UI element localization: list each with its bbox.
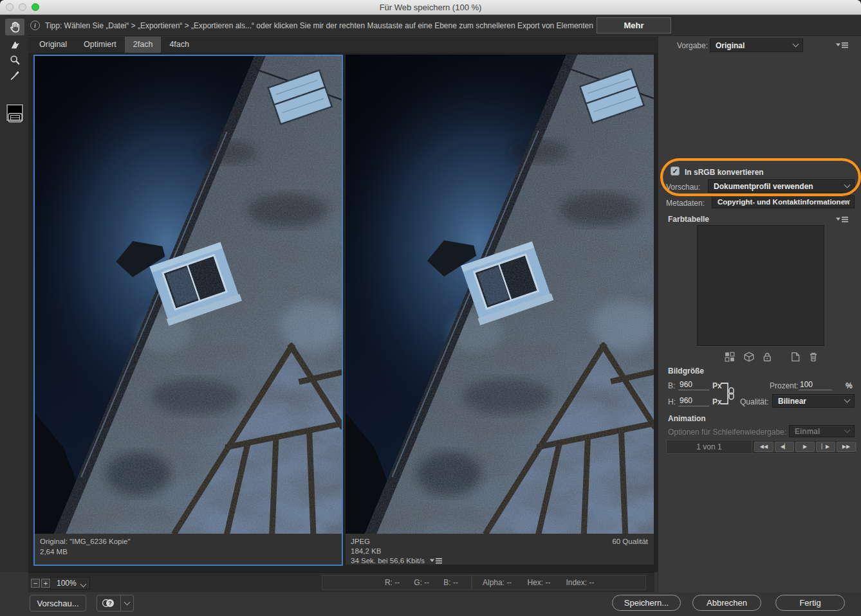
info-icon [30,21,40,30]
previous-frame-button[interactable]: ◀▏ [775,442,794,452]
g-value: -- [424,578,429,587]
lock-color-icon[interactable] [762,352,772,362]
hand-tool-button[interactable] [5,19,24,35]
done-button[interactable]: Fertig [775,595,845,611]
frame-counter: 1 von 1 [667,440,752,453]
original-pane[interactable]: Original: "IMG_6236 Kopie" 2,64 MB [33,55,343,566]
websafe-cube-icon[interactable] [744,352,754,362]
play-button[interactable]: ▶ [795,442,815,452]
r-label: R: [385,578,393,587]
optimized-pane[interactable]: JPEG 184,2 KB 34 Sek. bei 56,6 Kbit/s 60… [346,55,654,565]
vorgabe-dropdown[interactable]: Original [710,39,803,52]
optimized-format: JPEG [351,537,649,547]
original-image[interactable] [35,56,342,534]
height-label: H: [668,397,676,406]
animation-playbar: 1 von 1 ◀◀ ◀▏ ▶ ▏▶ ▶▶ [666,440,856,454]
preview-tabs: Original Optimiert 2fach 4fach [28,37,658,53]
r-value: -- [394,578,400,587]
slice-select-icon [10,39,21,50]
farbtabelle-menu-icon[interactable] [836,216,849,222]
vorgabe-menu-icon[interactable] [836,42,849,48]
optimized-download-time: 34 Sek. bei 56,6 Kbit/s [351,556,649,566]
index-label: Index: [566,578,587,587]
original-filename: Original: "IMG_6236 Kopie" [40,537,337,547]
quality-label: Qualität: [740,397,769,406]
vorgabe-value: Original [716,41,745,50]
chevron-down-icon [844,396,851,403]
hex-value: -- [545,578,550,587]
percent-input[interactable]: 100 [799,380,832,390]
color-table[interactable] [697,225,824,346]
width-input[interactable]: 960 [678,380,709,390]
tab-4fach[interactable]: 4fach [161,37,198,53]
cancel-button[interactable]: Abbrechen [692,595,761,611]
optimized-image[interactable] [346,55,654,534]
zoom-level-value: 100% [57,579,77,588]
loop-dropdown: Einmal [789,425,855,437]
vorgabe-label: Vorgabe: [667,41,708,50]
tab-optimiert[interactable]: Optimiert [75,37,125,53]
alpha-label: Alpha: [483,578,505,587]
status-bar: − + 100% R: -- G: -- B: -- Alpha: -- Hex… [28,572,654,592]
trash-icon[interactable] [808,352,819,362]
b-value: -- [453,578,458,587]
more-button[interactable]: Mehr [597,17,671,33]
metadaten-value: Copyright- und Kontaktinformationen [718,198,849,206]
height-input[interactable]: 960 [678,396,709,406]
link-dimensions-icon[interactable] [719,379,735,408]
metadaten-dropdown[interactable]: Copyright- und Kontaktinformationen [712,195,855,208]
hex-label: Hex: [527,578,543,587]
percent-label: Prozent: [770,381,799,390]
hand-icon [8,21,21,33]
tip-bar: Tipp: Wählen Sie „Datei“ > „Exportieren“… [0,15,861,36]
percent-unit: % [846,381,853,390]
b-label: B: [443,578,450,587]
srgb-checkbox[interactable] [671,167,680,176]
loop-value: Einmal [795,427,820,436]
next-frame-button[interactable]: ▏▶ [816,442,835,452]
save-for-web-dialog: Für Web speichern (100 %) Tipp: Wählen S… [0,0,861,616]
zoom-out-button[interactable]: − [31,579,40,588]
quality-dropdown[interactable]: Bilinear [772,394,855,408]
vorschau-dropdown[interactable]: Dokumentprofil verwenden [708,179,855,193]
first-frame-button[interactable]: ◀◀ [754,442,773,452]
chevron-down-icon [80,581,87,588]
zoom-in-button[interactable]: + [41,579,50,588]
footer: Vorschau... ? Speichern... Abbrechen Fer… [0,592,861,616]
last-frame-button[interactable]: ▶▶ [837,442,856,452]
title-bar: Für Web speichern (100 %) [0,0,861,15]
preview-in-browser-button[interactable]: ? [97,595,121,611]
eyedropper-tool-button[interactable] [5,67,24,84]
optimized-status: JPEG 184,2 KB 34 Sek. bei 56,6 Kbit/s 60… [346,534,654,565]
metadaten-label: Metadaten: [666,199,705,208]
dither-colors-icon[interactable] [725,352,735,362]
index-value: -- [589,578,594,587]
preview-button[interactable]: Vorschau... [30,595,86,611]
new-color-icon[interactable] [790,352,801,362]
farbtabelle-title: Farbtabelle [668,215,709,224]
zoom-tool-button[interactable] [5,51,24,68]
srgb-label[interactable]: In sRGB konvertieren [685,168,764,177]
tab-2fach[interactable]: 2fach [125,37,162,53]
svg-text:?: ? [108,600,112,606]
browser-globe-icon: ? [102,597,116,609]
vorschau-value: Dokumentprofil verwenden [714,182,813,191]
animation-title: Animation [668,414,706,423]
toggle-slices-button[interactable] [5,109,24,126]
tab-original[interactable]: Original [31,37,75,53]
optimized-filesize: 184,2 KB [351,547,649,556]
download-speed-menu-icon[interactable] [430,557,443,564]
quality-value: Bilinear [778,397,806,406]
browser-select-arrow[interactable] [121,595,134,611]
optimized-quality: 60 Qualität [612,537,648,547]
preview-canvas: Original: "IMG_6236 Kopie" 2,64 MB JPEG … [28,53,658,572]
original-status: Original: "IMG_6236 Kopie" 2,64 MB [35,534,342,565]
zoom-level-dropdown[interactable]: 100% [50,577,90,590]
save-button[interactable]: Speichern... [612,595,681,611]
width-label: B: [668,381,675,390]
bildgroesse-title: Bildgröße [668,367,704,376]
slice-select-tool-button[interactable] [5,36,24,53]
rgb-readout: R: -- G: -- B: -- [322,575,472,590]
chevron-down-icon [844,181,851,188]
tool-palette [0,15,28,572]
